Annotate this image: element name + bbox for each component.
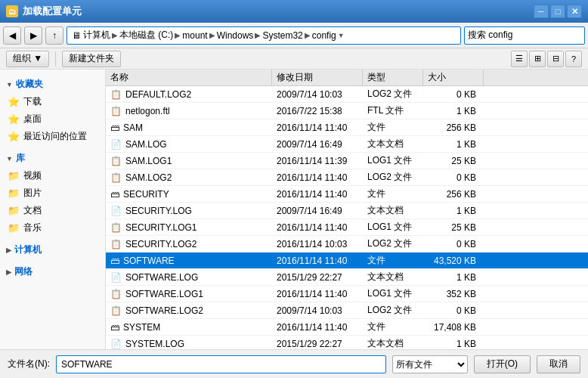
file-type-cell: 文本文档 bbox=[363, 337, 423, 349]
library-header[interactable]: ▼ 库 bbox=[0, 150, 105, 167]
path-windows: Windows ▶ bbox=[217, 30, 263, 41]
file-name-cell: 📋 SECURITY.LOG1 bbox=[106, 222, 272, 233]
col-header-type[interactable]: 类型 bbox=[363, 70, 423, 85]
help-button[interactable]: ? bbox=[565, 51, 582, 67]
filename-input[interactable] bbox=[56, 355, 386, 373]
file-list: 📋 DEFAULT.LOG2 2009/7/14 10:03 LOG2 文件 0… bbox=[106, 86, 588, 349]
file-row[interactable]: 🗃 SECURITY 2016/11/14 11:40 文件 256 KB bbox=[106, 186, 588, 203]
file-size-cell: 17,408 KB bbox=[423, 322, 484, 333]
file-name-cell: 🗃 SAM bbox=[106, 122, 272, 133]
forward-button[interactable]: ▶ bbox=[24, 26, 42, 45]
file-date-cell: 2016/11/14 11:39 bbox=[272, 156, 363, 166]
file-type-cell: LOG2 文件 bbox=[363, 304, 423, 317]
organize-button[interactable]: 组织 ▼ bbox=[6, 51, 49, 67]
file-row[interactable]: 📋 SAM.LOG1 2016/11/14 11:39 LOG1 文件 25 K… bbox=[106, 153, 588, 169]
file-type-cell: LOG2 文件 bbox=[363, 237, 423, 250]
file-row[interactable]: 🗃 SAM 2016/11/14 11:40 文件 256 KB bbox=[106, 119, 588, 136]
new-folder-button[interactable]: 新建文件夹 bbox=[62, 51, 121, 67]
col-header-date[interactable]: 修改日期 bbox=[272, 70, 363, 85]
view-list-button[interactable]: ☰ bbox=[511, 51, 528, 67]
favorites-section: ▼ 收藏夹 ⭐ 下载 ⭐ 桌面 ⭐ 最近访问的位置 bbox=[0, 76, 105, 145]
file-row[interactable]: 📋 DEFAULT.LOG2 2009/7/14 10:03 LOG2 文件 0… bbox=[106, 86, 588, 103]
sidebar-item-label: 文档 bbox=[23, 204, 42, 217]
view-grid-button[interactable]: ⊞ bbox=[529, 51, 546, 67]
up-button[interactable]: ↑ bbox=[45, 26, 63, 45]
path-config: config ▼ bbox=[312, 30, 345, 41]
favorites-header[interactable]: ▼ 收藏夹 bbox=[0, 76, 105, 93]
file-row[interactable]: 📄 SAM.LOG 2009/7/14 16:49 文本文档 1 KB bbox=[106, 136, 588, 153]
minimize-button[interactable]: ─ bbox=[534, 5, 549, 18]
toolbar: 组织 ▼ 新建文件夹 ☰ ⊞ ⊟ ? bbox=[0, 48, 588, 70]
file-row[interactable]: 🗃 SOFTWARE 2016/11/14 11:40 文件 43,520 KB bbox=[106, 253, 588, 269]
network-header[interactable]: ▶ 网络 bbox=[0, 263, 105, 280]
file-type-cell: LOG2 文件 bbox=[363, 171, 423, 184]
file-name: SAM.LOG1 bbox=[125, 156, 172, 166]
search-button[interactable]: 🔍 bbox=[584, 27, 585, 44]
file-row[interactable]: 📋 SAM.LOG2 2016/11/14 11:40 LOG2 文件 0 KB bbox=[106, 169, 588, 186]
sidebar-item-recent[interactable]: ⭐ 最近访问的位置 bbox=[0, 128, 105, 145]
file-list-area: 名称 修改日期 类型 大小 📋 DEFAULT.LOG2 2009/7/14 1… bbox=[106, 70, 588, 349]
file-list-header: 名称 修改日期 类型 大小 bbox=[106, 70, 588, 86]
file-icon: 📋 bbox=[110, 239, 122, 249]
sidebar-item-music[interactable]: 📁 音乐 bbox=[0, 219, 105, 237]
file-row[interactable]: 📋 SOFTWARE.LOG1 2016/11/14 11:40 LOG1 文件… bbox=[106, 286, 588, 302]
file-name-cell: 🗃 SYSTEM bbox=[106, 322, 272, 333]
address-path[interactable]: 🖥 计算机 ▶ 本地磁盘 (C:) ▶ mount ▶ Windows ▶ Sy… bbox=[67, 26, 461, 45]
sidebar-item-desktop[interactable]: ⭐ 桌面 bbox=[0, 110, 105, 128]
folder-icon: 📁 bbox=[8, 187, 20, 199]
file-row[interactable]: 📄 SECURITY.LOG 2009/7/14 16:49 文本文档 1 KB bbox=[106, 203, 588, 219]
sidebar-item-downloads[interactable]: ⭐ 下载 bbox=[0, 93, 105, 110]
filetype-select[interactable]: 所有文件 bbox=[392, 355, 468, 373]
file-icon: 📋 bbox=[110, 289, 122, 299]
file-row[interactable]: 📋 SECURITY.LOG1 2016/11/14 11:40 LOG1 文件… bbox=[106, 219, 588, 236]
file-name-cell: 📋 DEFAULT.LOG2 bbox=[106, 89, 272, 100]
open-button[interactable]: 打开(O) bbox=[474, 355, 531, 373]
search-box[interactable]: 🔍 bbox=[464, 26, 585, 45]
file-size-cell: 25 KB bbox=[423, 222, 484, 233]
file-date-cell: 2016/7/22 15:38 bbox=[272, 106, 363, 116]
toolbar-separator bbox=[55, 51, 56, 67]
file-type-cell: 文本文档 bbox=[363, 204, 423, 217]
file-row[interactable]: 📋 netlogon.ftl 2016/7/22 15:38 FTL 文件 1 … bbox=[106, 103, 588, 119]
computer-header[interactable]: ▶ 计算机 bbox=[0, 241, 105, 259]
cancel-button[interactable]: 取消 bbox=[537, 355, 580, 373]
sidebar-item-pictures[interactable]: 📁 图片 bbox=[0, 184, 105, 202]
sidebar-item-documents[interactable]: 📁 文档 bbox=[0, 202, 105, 219]
window-controls: ─ □ ✕ bbox=[534, 5, 582, 18]
file-name: SOFTWARE bbox=[123, 256, 175, 266]
view-detail-button[interactable]: ⊟ bbox=[547, 51, 564, 67]
file-type-cell: 文件 bbox=[363, 321, 423, 333]
file-icon: 📄 bbox=[110, 139, 122, 150]
app-icon: 🗂 bbox=[6, 5, 18, 17]
sidebar-item-label: 下载 bbox=[23, 95, 42, 108]
col-header-size[interactable]: 大小 bbox=[423, 70, 484, 85]
file-size-cell: 43,520 KB bbox=[423, 256, 484, 266]
folder-icon: ⭐ bbox=[8, 113, 20, 125]
back-button[interactable]: ◀ bbox=[3, 26, 21, 45]
file-row[interactable]: 📋 SOFTWARE.LOG2 2009/7/14 10:03 LOG2 文件 … bbox=[106, 302, 588, 319]
file-size-cell: 352 KB bbox=[423, 289, 484, 299]
sidebar-item-videos[interactable]: 📁 视频 bbox=[0, 167, 105, 184]
file-icon: 📋 bbox=[110, 106, 122, 116]
close-button[interactable]: ✕ bbox=[567, 5, 582, 18]
file-row[interactable]: 📋 SECURITY.LOG2 2016/11/14 10:03 LOG2 文件… bbox=[106, 236, 588, 253]
file-row[interactable]: 📄 SYSTEM.LOG 2015/1/29 22:27 文本文档 1 KB bbox=[106, 336, 588, 349]
file-name: SOFTWARE.LOG bbox=[125, 272, 198, 283]
file-size-cell: 1 KB bbox=[423, 139, 484, 150]
file-name: SYSTEM.LOG bbox=[125, 339, 184, 349]
file-icon: 📋 bbox=[110, 156, 122, 166]
file-name-cell: 📄 SOFTWARE.LOG bbox=[106, 272, 272, 283]
col-header-name[interactable]: 名称 bbox=[106, 70, 272, 85]
file-size-cell: 0 KB bbox=[423, 305, 484, 316]
file-icon: 🗃 bbox=[110, 122, 119, 133]
bottom-bar: 文件名(N): 所有文件 打开(O) 取消 bbox=[0, 349, 588, 378]
file-icon: 🗃 bbox=[110, 256, 119, 266]
file-row[interactable]: 🗃 SYSTEM 2016/11/14 11:40 文件 17,408 KB bbox=[106, 319, 588, 336]
computer-label: 计算机 bbox=[14, 243, 42, 256]
network-label: 网络 bbox=[14, 265, 32, 278]
file-row[interactable]: 📄 SOFTWARE.LOG 2015/1/29 22:27 文本文档 1 KB bbox=[106, 269, 588, 286]
maximize-button[interactable]: □ bbox=[550, 5, 565, 18]
library-label: 库 bbox=[16, 152, 25, 165]
file-date-cell: 2016/11/14 11:40 bbox=[272, 122, 363, 133]
search-input[interactable] bbox=[465, 30, 584, 41]
